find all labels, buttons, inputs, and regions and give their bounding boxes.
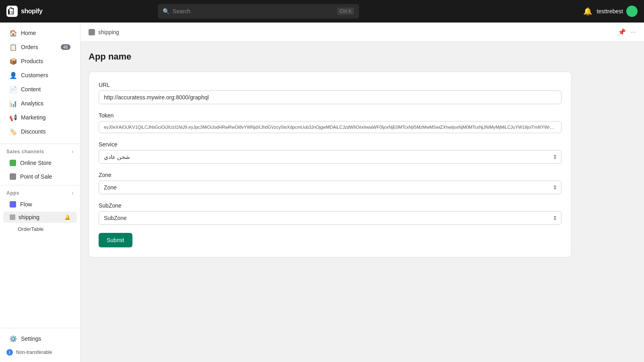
sidebar-item-point-of-sale[interactable]: Point of Sale <box>3 170 77 183</box>
subzone-select[interactable]: SubZone <box>99 211 561 225</box>
content-icon: 📄 <box>10 86 17 93</box>
bell-icon[interactable]: 🔔 <box>583 7 592 16</box>
online-store-dot <box>10 160 16 166</box>
sidebar-item-marketing[interactable]: 📢 Marketing <box>3 111 77 124</box>
flow-dot <box>10 201 16 208</box>
sidebar-item-customers[interactable]: 👤 Customers <box>3 68 77 82</box>
sidebar-item-settings[interactable]: ⚙️ Settings <box>3 332 77 346</box>
sidebar-point-of-sale-label: Point of Sale <box>20 173 52 180</box>
main-content: shipping 📌 ··· App name URL Token <box>80 23 644 362</box>
search-icon: 🔍 <box>163 8 169 14</box>
sidebar-item-discounts[interactable]: 🏷️ Discounts <box>3 125 77 138</box>
search-input[interactable] <box>173 8 334 14</box>
discounts-icon: 🏷️ <box>10 128 17 135</box>
home-icon: 🏠 <box>10 29 17 37</box>
point-of-sale-dot <box>10 173 16 180</box>
shopify-logo-icon <box>6 6 18 17</box>
zone-select-wrapper: Zone ⇕ <box>99 181 561 194</box>
page-title: App name <box>89 51 636 62</box>
sidebar-item-products[interactable]: 📦 Products <box>3 54 77 68</box>
form-card: URL Token Service شحن عادي ⇕ <box>89 72 572 257</box>
sidebar-item-orders[interactable]: 📋 Orders 46 <box>3 40 77 54</box>
orders-badge: 46 <box>61 44 70 50</box>
topbar-right: 🔔 testtrebest <box>583 6 638 17</box>
sidebar-item-flow[interactable]: Flow <box>3 198 77 211</box>
sidebar-nav-section: 🏠 Home 📋 Orders 46 📦 Products 👤 Customer… <box>0 23 80 142</box>
sidebar-item-home-label: Home <box>21 30 36 36</box>
analytics-icon: 📊 <box>10 100 17 107</box>
user-badge: testtrebest <box>597 6 638 17</box>
subzone-field-group: SubZone SubZone ⇕ <box>99 202 561 225</box>
products-icon: 📦 <box>10 58 17 65</box>
sidebar-divider-1 <box>0 144 80 144</box>
sidebar-item-customers-label: Customers <box>21 72 48 78</box>
main-body: App name URL Token Service <box>80 42 644 362</box>
header-pin-icon[interactable]: 📌 <box>618 28 626 36</box>
url-label: URL <box>99 82 561 88</box>
marketing-icon: 📢 <box>10 114 17 121</box>
non-transferable-label: Non-transferable <box>16 350 52 355</box>
order-table-label: OrderTable <box>18 226 43 232</box>
sidebar-item-orders-label: Orders <box>21 44 38 50</box>
shipping-bell-icon[interactable]: 🔔 <box>64 214 70 220</box>
apps-label: Apps <box>6 190 19 196</box>
url-input[interactable] <box>99 90 561 104</box>
token-label: Token <box>99 112 561 119</box>
user-avatar <box>626 6 638 17</box>
sidebar-bottom: ⚙️ Settings i Non-transferable <box>0 328 80 362</box>
shopify-logo-text: shopify <box>21 8 42 15</box>
search-shortcut: Ctrl K <box>337 8 354 15</box>
username-label: testtrebest <box>597 8 623 14</box>
service-label: Service <box>99 141 561 148</box>
search-bar[interactable]: 🔍 Ctrl K <box>158 4 359 19</box>
url-field-group: URL <box>99 82 561 104</box>
sidebar-item-content[interactable]: 📄 Content <box>3 82 77 96</box>
sidebar-item-products-label: Products <box>21 58 43 64</box>
layout: 🏠 Home 📋 Orders 46 📦 Products 👤 Customer… <box>0 23 644 362</box>
sidebar-item-analytics-label: Analytics <box>21 100 43 107</box>
zone-label: Zone <box>99 172 561 178</box>
sidebar-item-content-label: Content <box>21 86 41 93</box>
service-field-group: Service شحن عادي ⇕ <box>99 141 561 164</box>
service-select-wrapper: شحن عادي ⇕ <box>99 150 561 164</box>
zone-field-group: Zone Zone ⇕ <box>99 172 561 194</box>
breadcrumb-label: shipping <box>98 29 119 35</box>
apps-chevron[interactable]: › <box>72 190 74 196</box>
topbar: shopify 🔍 Ctrl K 🔔 testtrebest <box>0 0 644 23</box>
info-icon: i <box>6 349 13 356</box>
main-header-actions: 📌 ··· <box>618 28 636 36</box>
breadcrumb: shipping <box>89 29 119 35</box>
subzone-select-wrapper: SubZone ⇕ <box>99 211 561 225</box>
settings-icon: ⚙️ <box>10 335 17 342</box>
sidebar-item-home[interactable]: 🏠 Home <box>3 26 77 40</box>
sidebar-item-shipping[interactable]: shipping 🔔 <box>3 212 77 223</box>
submit-button[interactable]: Submit <box>99 233 132 247</box>
orders-icon: 📋 <box>10 43 17 51</box>
token-input[interactable] <box>99 121 561 133</box>
sidebar-item-analytics[interactable]: 📊 Analytics <box>3 97 77 110</box>
shipping-dot <box>10 214 15 220</box>
sales-channels-chevron[interactable]: › <box>72 149 74 154</box>
breadcrumb-app-icon <box>89 29 95 35</box>
apps-header: Apps › <box>0 187 80 197</box>
token-field-group: Token <box>99 112 561 133</box>
sidebar-flow-label: Flow <box>20 201 32 208</box>
sidebar-item-marketing-label: Marketing <box>21 114 45 121</box>
sidebar-item-order-table[interactable]: OrderTable <box>3 224 77 234</box>
shopify-logo: shopify <box>6 6 42 17</box>
sidebar-item-online-store[interactable]: Online Store <box>3 156 77 169</box>
sidebar-online-store-label: Online Store <box>20 160 52 166</box>
sales-channels-label: Sales channels <box>6 149 44 154</box>
sidebar-settings-label: Settings <box>21 335 41 342</box>
header-more-icon[interactable]: ··· <box>631 29 636 36</box>
main-header: shipping 📌 ··· <box>80 23 644 42</box>
zone-select[interactable]: Zone <box>99 181 561 194</box>
sidebar-shipping-label: shipping <box>19 214 39 220</box>
sidebar: 🏠 Home 📋 Orders 46 📦 Products 👤 Customer… <box>0 23 80 362</box>
sidebar-item-discounts-label: Discounts <box>21 128 45 135</box>
subzone-label: SubZone <box>99 202 561 209</box>
non-transferable-row: i Non-transferable <box>0 346 80 359</box>
customers-icon: 👤 <box>10 72 17 79</box>
sales-channels-header: Sales channels › <box>0 146 80 156</box>
service-select[interactable]: شحن عادي <box>99 150 561 164</box>
